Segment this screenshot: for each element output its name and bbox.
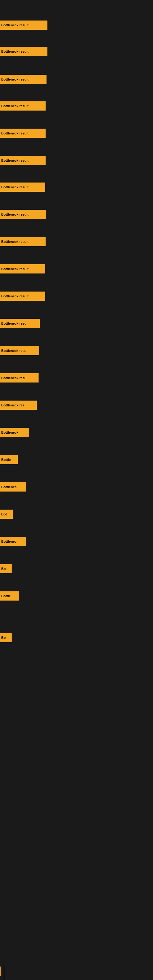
bottleneck-bar-6: Bottleneck result [0,183,45,192]
bottleneck-label-10: Bottleneck result [0,294,30,298]
bottleneck-label-9: Bottleneck result [0,267,30,271]
bottleneck-label-7: Bottleneck result [0,213,30,216]
bottleneck-bar-10: Bottleneck result [0,291,45,301]
bottleneck-label-16: Bottle [0,458,12,461]
site-title [0,0,153,3]
vertical-line [0,967,1,976]
bottleneck-bar-8: Bottleneck result [0,237,46,246]
bottleneck-bar-1: Bottleneck result [0,47,48,56]
bottleneck-bar-7: Bottleneck result [0,210,46,219]
bottleneck-label-4: Bottleneck result [0,131,30,135]
bottleneck-label-8: Bottleneck result [0,240,30,243]
bottleneck-bar-2: Bottleneck result [0,75,46,84]
bottleneck-bar-19: Bottlenec [0,537,26,546]
bottleneck-label-15: Bottleneck [0,431,19,434]
bottleneck-bar-12: Bottleneck resu [0,346,39,355]
bottleneck-bar-13: Bottleneck resu [0,373,38,382]
bottom-vertical-line [4,967,4,980]
bottleneck-bar-3: Bottleneck result [0,101,46,111]
bottleneck-label-12: Bottleneck resu [0,349,28,353]
bottleneck-label-20: Bo [0,567,7,571]
bottleneck-label-5: Bottleneck result [0,159,30,162]
bottleneck-label-19: Bottlenec [0,539,18,543]
bottleneck-bar-16: Bottle [0,455,18,464]
bottleneck-label-6: Bottleneck result [0,185,30,189]
bottleneck-label-22: Bo [0,636,7,640]
bottleneck-bar-4: Bottleneck result [0,129,46,138]
bottleneck-label-21: Bottle [0,594,12,598]
bottleneck-bar-17: Bottlenec [0,482,26,492]
bottleneck-bar-20: Bo [0,564,12,573]
bottleneck-label-14: Bottleneck res [0,403,26,407]
bottleneck-label-1: Bottleneck result [0,49,30,53]
bottleneck-bar-15: Bottleneck [0,428,29,437]
bottleneck-bar-18: Bot [0,510,13,519]
bottleneck-label-2: Bottleneck result [0,78,30,81]
bottleneck-bar-21: Bottle [0,591,19,601]
bottleneck-label-11: Bottleneck resu [0,321,28,325]
bottleneck-bar-9: Bottleneck result [0,264,45,274]
bottleneck-label-3: Bottleneck result [0,104,30,108]
bottleneck-bar-22: Bo [0,633,12,642]
bottleneck-bar-5: Bottleneck result [0,156,46,165]
bottleneck-bar-14: Bottleneck res [0,401,37,410]
bottleneck-label-18: Bot [0,512,8,516]
bottleneck-bar-11: Bottleneck resu [0,319,40,328]
bottleneck-label-17: Bottlenec [0,485,18,489]
bottleneck-label-13: Bottleneck resu [0,376,28,380]
bottleneck-label-0: Bottleneck result [0,23,30,27]
bottleneck-bar-0: Bottleneck result [0,21,48,30]
